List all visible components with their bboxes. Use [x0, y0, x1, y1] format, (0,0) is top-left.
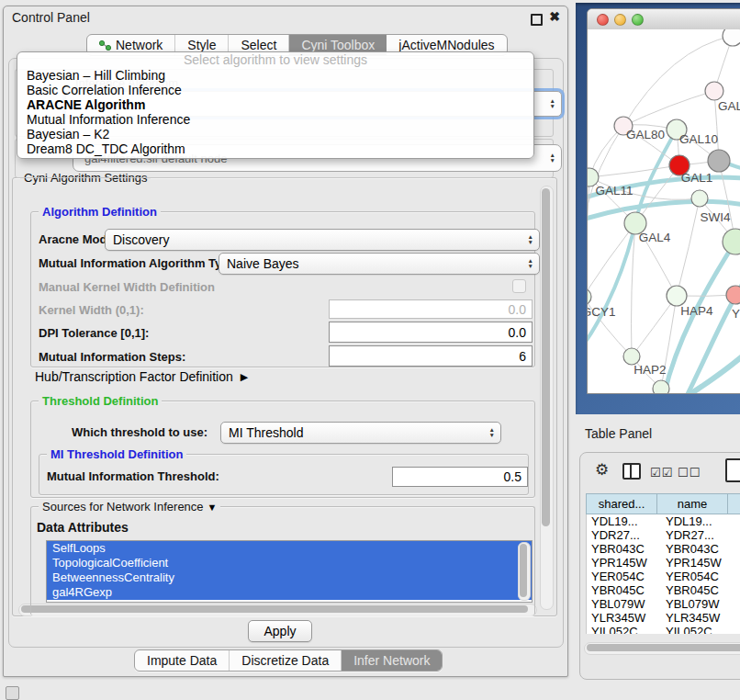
- table-row[interactable]: YPR145WYPR145W9.: [587, 556, 740, 570]
- table-cell[interactable]: 12: [735, 528, 740, 542]
- algorithm-option[interactable]: Mutual Information Inference: [17, 112, 533, 127]
- dpi-tolerance-input[interactable]: 0.0: [329, 322, 533, 343]
- tab-impute-data[interactable]: Impute Data: [135, 650, 230, 671]
- table-cell[interactable]: 8.: [735, 570, 740, 583]
- network-window-titlebar[interactable]: [588, 9, 740, 30]
- column-header-name[interactable]: name: [656, 493, 727, 514]
- attribute-item-selected[interactable]: BetweennessCentrality: [47, 570, 532, 585]
- zoom-traffic-light-icon[interactable]: [632, 14, 644, 26]
- edge[interactable]: [632, 296, 677, 356]
- algorithm-option[interactable]: Bayesian – Hill Climbing: [17, 68, 533, 83]
- table-document-icon[interactable]: [725, 458, 740, 482]
- apply-button[interactable]: Apply: [248, 620, 312, 642]
- table-row[interactable]: YLR345WYLR345W9.: [587, 611, 740, 625]
- table-cell[interactable]: YIL052C: [587, 625, 661, 634]
- mi-steps-input[interactable]: 6: [329, 345, 533, 367]
- kernel-width-input[interactable]: 0.0: [329, 299, 533, 319]
- network-node-y[interactable]: [726, 286, 740, 304]
- table-cell[interactable]: YBR043C: [587, 542, 661, 556]
- table-cell[interactable]: YDL19...: [587, 514, 661, 528]
- tab-infer-network[interactable]: Infer Network: [342, 650, 442, 671]
- table-cell[interactable]: YBR045C: [587, 583, 661, 597]
- network-node-gal[interactable]: [705, 82, 723, 100]
- edge[interactable]: [677, 198, 700, 296]
- data-attributes-list[interactable]: SelfLoops TopologicalCoefficient Between…: [46, 540, 533, 603]
- table-row[interactable]: YBR043CYBR043C: [587, 542, 740, 556]
- list-vertical-scrollbar[interactable]: [518, 542, 531, 601]
- table-cell[interactable]: YBR043C: [661, 542, 735, 556]
- split-columns-icon[interactable]: [622, 463, 641, 480]
- float-window-icon[interactable]: [531, 14, 543, 26]
- algorithm-option[interactable]: Basic Correlation Inference: [17, 83, 533, 97]
- table-cell[interactable]: YDL19...: [661, 514, 735, 528]
- select-all-checkboxes-icon[interactable]: ☑☑: [650, 466, 673, 480]
- mi-threshold-input[interactable]: 0.5: [392, 467, 528, 487]
- edge[interactable]: [623, 91, 714, 126]
- settings-vertical-scrollbar[interactable]: [540, 186, 554, 610]
- scrollbar-thumb[interactable]: [587, 644, 740, 651]
- edge[interactable]: [589, 165, 679, 177]
- table-cell[interactable]: YLR345W: [661, 611, 735, 625]
- network-node[interactable]: [691, 190, 708, 207]
- control-panel-titlebar[interactable]: Control Panel ✖: [4, 6, 567, 28]
- algorithm-option[interactable]: Dream8 DC_TDC Algorithm: [17, 141, 533, 156]
- network-canvas[interactable]: GALGAL80GAL10GAL1GAL11SWI4GAL4GCY1HAP4YH…: [588, 29, 740, 393]
- network-node-hap4[interactable]: [667, 286, 687, 306]
- scrollbar-thumb[interactable]: [542, 188, 550, 526]
- table-row[interactable]: YDL19...YDL19...13: [587, 514, 740, 528]
- table-cell[interactable]: YPR145W: [661, 556, 735, 570]
- attribute-item-selected[interactable]: TopologicalCoefficient: [47, 556, 532, 570]
- attribute-item-selected[interactable]: SelfLoops: [47, 541, 532, 556]
- table-row[interactable]: YBL079WYBL079W: [587, 597, 740, 611]
- expanded-arrow-icon[interactable]: ▼: [207, 502, 218, 513]
- algorithm-option-selected[interactable]: ARACNE Algorithm: [17, 97, 533, 112]
- table-cell[interactable]: YER054C: [587, 570, 661, 583]
- table-cell[interactable]: 9.: [735, 556, 740, 570]
- table-cell[interactable]: 9.: [735, 625, 740, 634]
- close-icon[interactable]: ✖: [549, 9, 560, 24]
- table-row[interactable]: YDR27...YDR27...12: [587, 528, 740, 542]
- attribute-item-selected[interactable]: gal4RGexp: [47, 585, 532, 600]
- algorithm-option[interactable]: Bayesian – K2: [17, 127, 533, 141]
- hub-definition-expander[interactable]: Hub/Transcription Factor Definition ▶: [35, 369, 248, 384]
- network-node[interactable]: [723, 29, 740, 46]
- table-row[interactable]: YBR045CYBR045C9.: [587, 583, 740, 597]
- deselect-all-checkboxes-icon[interactable]: ☐☐: [678, 466, 701, 480]
- table-cell[interactable]: YBL079W: [661, 597, 735, 611]
- table-cell[interactable]: [735, 542, 740, 556]
- table-horizontal-scrollbar[interactable]: [584, 642, 740, 655]
- network-node-swi4[interactable]: [723, 229, 740, 254]
- table-cell[interactable]: YBL079W: [587, 597, 661, 611]
- sources-title[interactable]: Sources for Network Inference ▼: [39, 500, 220, 514]
- column-header-partial[interactable]: [727, 493, 740, 514]
- table-cell[interactable]: YPR145W: [587, 556, 661, 570]
- minimize-traffic-light-icon[interactable]: [614, 14, 626, 26]
- table-cell[interactable]: YDR27...: [661, 528, 735, 542]
- table-cell[interactable]: 9.: [735, 611, 740, 625]
- table-cell[interactable]: 9.: [735, 583, 740, 597]
- mi-algorithm-type-combo[interactable]: Naive Bayes ▲▼: [219, 253, 540, 275]
- edge[interactable]: [588, 223, 635, 297]
- which-threshold-combo[interactable]: MI Threshold ▲▼: [220, 422, 501, 444]
- table-cell[interactable]: YBR045C: [661, 583, 735, 597]
- tab-discretize-data[interactable]: Discretize Data: [230, 650, 342, 671]
- table-cell[interactable]: YIL052C: [661, 625, 735, 634]
- network-node-gcy1[interactable]: [588, 288, 591, 305]
- gear-icon[interactable]: ⚙: [595, 460, 609, 480]
- table-row[interactable]: YER054CYER054C8.: [587, 570, 740, 583]
- table-cell[interactable]: YDR27...: [587, 528, 661, 542]
- aracne-mode-combo[interactable]: Discovery ▲▼: [105, 229, 540, 251]
- table-row[interactable]: YIL052CYIL052C9.: [587, 625, 740, 634]
- table-cell[interactable]: YLR345W: [587, 611, 661, 625]
- network-node[interactable]: [708, 150, 730, 172]
- collapsed-arrow-icon[interactable]: ▶: [241, 371, 248, 383]
- manual-kernel-width-checkbox[interactable]: [512, 279, 526, 293]
- column-header-shared-name[interactable]: shared...: [586, 493, 656, 514]
- scrollbar-thumb[interactable]: [520, 544, 527, 597]
- table-cell[interactable]: 13: [735, 514, 740, 528]
- close-traffic-light-icon[interactable]: [597, 14, 609, 26]
- table-cell[interactable]: YER054C: [661, 570, 735, 583]
- table-cell[interactable]: [735, 597, 740, 611]
- network-node[interactable]: [653, 380, 669, 393]
- minimized-panel-icon[interactable]: [6, 686, 19, 700]
